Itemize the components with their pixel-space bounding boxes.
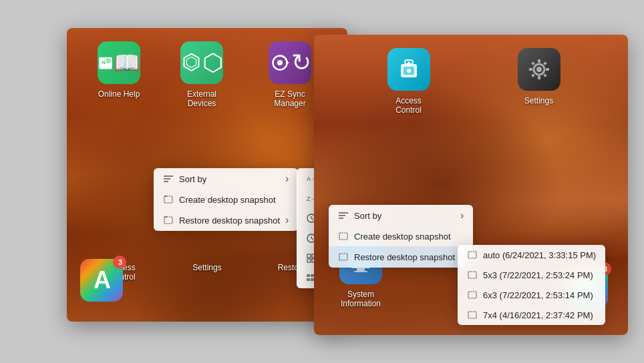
aurora-icon-left: A 3 <box>80 259 123 302</box>
create-snapshot-icon <box>163 194 174 205</box>
svg-rect-27 <box>307 278 310 281</box>
right-create-snapshot-icon <box>338 231 349 242</box>
right-restore-snapshot-icon <box>338 252 349 262</box>
system-info-label: System Information <box>334 290 387 308</box>
sort-icon <box>163 173 174 184</box>
online-help-icon: N N <box>98 41 140 84</box>
svg-rect-60 <box>468 292 476 298</box>
left-menu-sort-by[interactable]: Sort by A→Z Name(a-z) Z→A Name(z-a) <box>154 168 298 190</box>
svg-rect-59 <box>468 272 476 278</box>
snapshot-auto-icon <box>467 250 478 260</box>
svg-rect-46 <box>531 73 535 77</box>
svg-rect-42 <box>529 68 532 71</box>
svg-rect-43 <box>546 68 549 71</box>
svg-line-17 <box>311 218 313 220</box>
svg-rect-40 <box>538 59 540 63</box>
svg-rect-50 <box>357 268 365 271</box>
settings-label-right: Settings <box>524 96 553 105</box>
left-menu-create-snapshot[interactable]: Create desktop snapshot <box>154 190 298 210</box>
external-devices-icon <box>180 41 223 84</box>
svg-rect-25 <box>307 274 310 277</box>
snapshot-7x4[interactable]: 7x4 (4/16/2021, 2:37:42 PM) <box>458 305 605 325</box>
app-icon-access-control[interactable]: Access Control <box>382 48 436 115</box>
left-sort-label: Sort by <box>179 174 206 184</box>
svg-marker-9 <box>287 61 289 65</box>
svg-text:N: N <box>108 59 110 63</box>
svg-rect-57 <box>339 254 347 260</box>
aurora-badge-left: 3 <box>113 256 126 269</box>
snapshot-5x3[interactable]: 5x3 (7/22/2021, 2:53:24 PM) <box>458 265 605 285</box>
svg-rect-45 <box>543 61 547 65</box>
left-bottom-apps: A 3 <box>80 259 123 302</box>
left-window: N N Online Help External Devices <box>67 28 347 322</box>
app-icon-external-devices[interactable]: External Devices <box>175 41 228 108</box>
right-sort-icon <box>338 210 349 221</box>
ez-sync-label: EZ Sync Manager <box>263 89 317 108</box>
svg-point-35 <box>407 69 411 73</box>
svg-point-39 <box>536 67 542 72</box>
online-help-label: Online Help <box>98 89 140 99</box>
snapshot-auto[interactable]: auto (6/24/2021, 3:33:15 PM) <box>458 245 605 265</box>
access-control-icon <box>387 48 430 91</box>
app-icon-ez-sync[interactable]: EZ Sync Manager <box>263 41 317 108</box>
app-icon-online-help[interactable]: N N Online Help <box>98 41 140 108</box>
svg-rect-51 <box>354 271 367 272</box>
snapshot-6x3[interactable]: 6x3 (7/22/2021, 2:53:14 PM) <box>458 285 605 305</box>
svg-text:N: N <box>102 59 105 65</box>
right-menu-restore-snapshot[interactable]: Restore desktop snapshot <box>329 246 473 268</box>
settings-icon <box>518 48 560 91</box>
left-context-menu: Sort by A→Z Name(a-z) Z→A Name(z-a) <box>154 168 298 231</box>
svg-rect-21 <box>307 254 311 258</box>
left-menu-restore-snapshot[interactable]: Restore desktop snapshot <box>154 210 298 231</box>
right-window: Access Control <box>314 35 628 335</box>
svg-rect-29 <box>164 196 172 203</box>
svg-rect-23 <box>307 259 311 262</box>
app-icon-aurora-left[interactable]: A 3 <box>80 259 123 302</box>
snapshot-5x3-icon <box>467 270 478 280</box>
svg-rect-56 <box>339 233 347 240</box>
snapshot-6x3-icon <box>467 290 478 300</box>
svg-rect-31 <box>164 217 172 224</box>
ez-sync-icon <box>269 41 311 84</box>
svg-rect-44 <box>531 61 535 65</box>
access-control-label-right: Access Control <box>382 96 436 115</box>
right-menu-create-snapshot[interactable]: Create desktop snapshot <box>329 226 473 246</box>
left-app-grid-top: N N Online Help External Devices <box>67 41 347 108</box>
restore-snapshot-icon <box>163 215 174 226</box>
svg-marker-6 <box>186 57 196 67</box>
external-devices-label: External Devices <box>175 89 228 108</box>
app-icon-settings[interactable]: Settings <box>518 48 560 115</box>
settings-label-left: Settings <box>180 263 234 282</box>
snapshot-7x4-icon <box>467 310 478 320</box>
svg-rect-47 <box>543 73 547 77</box>
svg-marker-5 <box>184 54 199 71</box>
right-menu-sort-by[interactable]: Sort by <box>329 205 473 226</box>
svg-point-8 <box>277 60 283 65</box>
svg-rect-41 <box>538 76 540 79</box>
svg-line-20 <box>311 238 313 240</box>
svg-rect-58 <box>468 252 476 258</box>
right-context-menu: Sort by Create desktop snapshot Restore … <box>329 205 473 268</box>
svg-rect-61 <box>468 312 476 318</box>
snapshot-submenu-right: auto (6/24/2021, 3:33:15 PM) 5x3 (7/22/2… <box>458 245 605 325</box>
right-top-apps: Access Control <box>314 48 628 115</box>
